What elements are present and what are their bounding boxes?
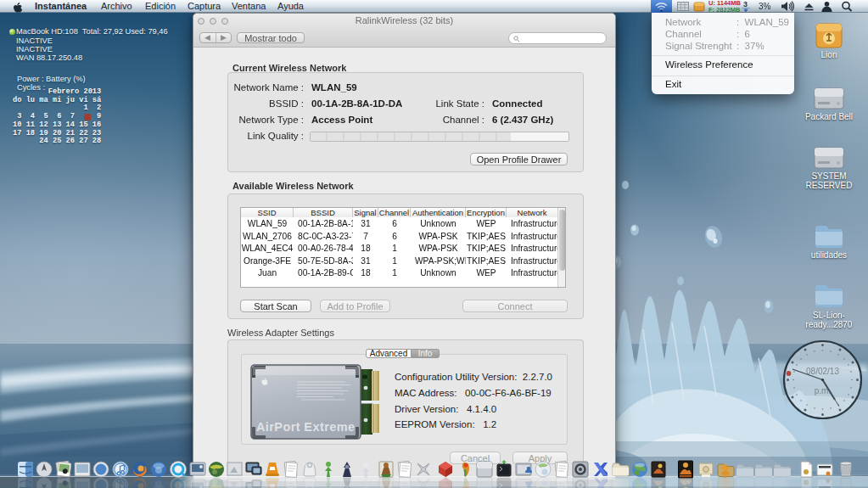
svg-text:08/02/13: 08/02/13: [806, 367, 839, 376]
svg-text:AirPort Extreme: AirPort Extreme: [256, 420, 355, 434]
